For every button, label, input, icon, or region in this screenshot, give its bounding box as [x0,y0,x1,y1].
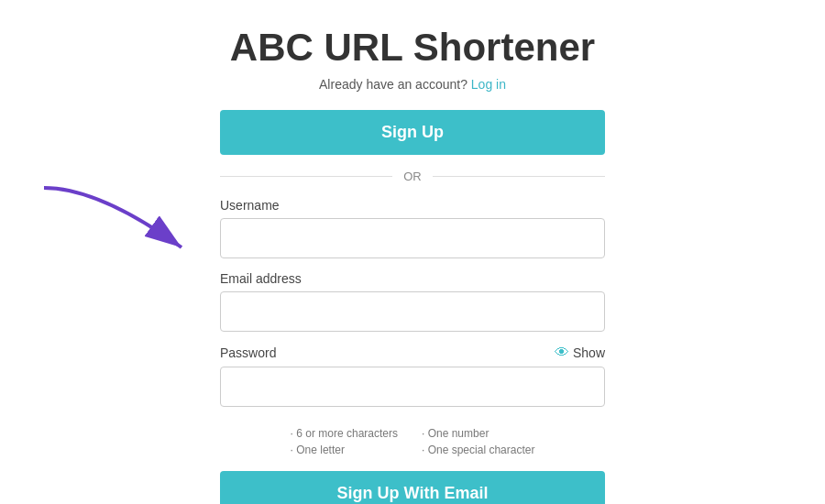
show-label: Show [573,345,605,360]
signup-google-button[interactable]: Sign Up [220,110,605,155]
password-group: Password 👁 Show [220,345,605,407]
email-group: Email address [220,271,605,332]
eye-icon: 👁 [555,345,569,361]
login-link[interactable]: Log in [471,77,506,92]
hint-special: One special character [422,444,534,456]
password-header: Password 👁 Show [220,345,605,361]
or-text: OR [403,170,422,183]
email-label: Email address [220,271,605,286]
password-input[interactable] [220,367,605,407]
hint-letter: One letter [291,444,403,456]
password-label: Password [220,345,276,360]
hint-number: One number [422,427,534,440]
form-card: Sign Up OR Username Email address Passwo… [220,110,605,504]
username-group: Username [220,198,605,258]
login-prompt: Already have an account? Log in [319,77,506,92]
or-divider: OR [220,170,605,183]
show-password-button[interactable]: 👁 Show [555,345,605,361]
divider-line-right [433,176,605,177]
email-input[interactable] [220,291,605,332]
app-title: ABC URL Shortener [230,26,595,70]
username-label: Username [220,198,605,213]
signup-email-button[interactable]: Sign Up With Email [220,471,605,504]
username-input[interactable] [220,218,605,258]
already-account-text: Already have an account? [319,77,468,92]
arrow-decoration [26,179,209,274]
divider-line-left [220,176,392,177]
password-hints: 6 or more characters One number One lett… [291,427,535,456]
hint-characters: 6 or more characters [291,427,403,440]
